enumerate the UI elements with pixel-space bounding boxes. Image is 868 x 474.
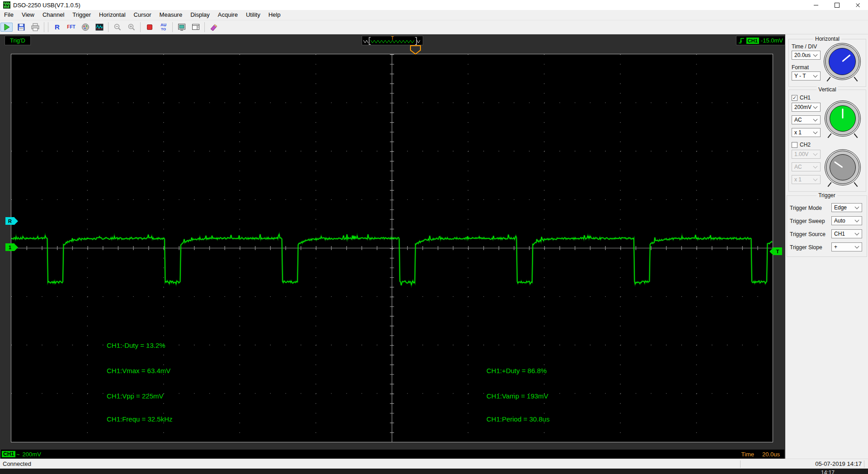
trigger-mode-select[interactable]: Edge [831, 203, 862, 212]
format-select[interactable]: Y - T [792, 71, 821, 81]
chevron-down-icon [813, 164, 818, 169]
close-button[interactable] [847, 0, 868, 10]
zoom-out-icon [113, 23, 122, 32]
timebase-readout: Time 20.0us [741, 451, 780, 458]
chevron-down-icon [855, 218, 859, 223]
trigger-slope-select[interactable]: + [831, 242, 862, 251]
fft-button[interactable]: FFFTFT [65, 21, 78, 33]
save-floppy-icon [17, 23, 26, 32]
ch2-checkbox[interactable] [792, 142, 797, 148]
ch1-label: CH1 [800, 95, 811, 101]
scope-panel: Trig'D T CH1 -15.0mV CH1:-Duty = 13.2% C… [0, 34, 785, 459]
menu-bar: File View Channel Trigger Horizontal Cur… [0, 10, 868, 20]
horizontal-position-knob[interactable] [824, 43, 861, 80]
dso-application-window: DSO-2250 USB(V7.1.0.5) File View Channel… [0, 0, 868, 474]
menu-utility[interactable]: Utility [242, 10, 264, 20]
toolbar-separator [108, 22, 108, 32]
toolbar: R FFFTFT [0, 20, 868, 34]
intensity-button[interactable] [79, 21, 92, 33]
trigger-status-text: Trig'D [10, 37, 25, 44]
channel-readout-bar: CH1 ~ 200mV Time 20.0us [1, 450, 784, 459]
notes-button[interactable] [207, 21, 220, 33]
ch1-volts-per-div: 200mV [23, 451, 41, 458]
ch1-volts-select[interactable]: 200mV [792, 103, 821, 112]
measurement-pos-duty: CH1:+Duty = 86.8% [486, 367, 547, 374]
chevron-down-icon [813, 52, 818, 57]
trigger-source-select[interactable]: CH1 [831, 229, 862, 238]
save-button[interactable] [14, 21, 28, 33]
toolbar-separator [48, 22, 48, 32]
ch1-position-knob[interactable] [825, 100, 861, 137]
menu-measure[interactable]: Measure [156, 10, 187, 20]
toolbar-separator [172, 22, 173, 32]
svg-text:T: T [391, 36, 394, 41]
chevron-down-icon [855, 205, 859, 209]
menu-display[interactable]: Display [186, 10, 214, 20]
ch1-probe-select[interactable]: x 1 [792, 128, 821, 137]
waveform-icon [95, 23, 104, 32]
menu-cursor[interactable]: Cursor [130, 10, 156, 20]
horizontal-group-title: Horizontal [813, 36, 841, 42]
ch2-coupling-select: AC [792, 162, 821, 171]
chevron-down-icon [813, 117, 818, 122]
toolbar-separator [44, 22, 44, 32]
menu-file[interactable]: File [0, 10, 18, 20]
print-button[interactable] [28, 21, 42, 33]
time-div-select[interactable]: 20.0us [792, 51, 821, 60]
menu-acquire[interactable]: Acquire [214, 10, 242, 20]
trigger-channel-badge: CH1 [746, 38, 759, 44]
r-icon: R [55, 25, 60, 29]
window-title: DSO-2250 USB(V7.1.0.5) [13, 2, 80, 9]
start-acquisition-button[interactable] [0, 23, 13, 32]
chevron-down-icon [813, 104, 818, 109]
stop-acquisition-button[interactable] [143, 21, 156, 33]
fft-icon: FFFTFT [67, 25, 75, 29]
menu-help[interactable]: Help [264, 10, 285, 20]
menu-view[interactable]: View [18, 10, 38, 20]
trigger-edge-icon [738, 37, 745, 44]
zoom-out-button[interactable] [111, 21, 124, 33]
minimize-button[interactable] [806, 0, 826, 10]
refresh-button[interactable]: R [51, 21, 64, 33]
trigger-position-marker[interactable] [410, 45, 421, 57]
ch1-ground-marker[interactable]: 1 [5, 243, 18, 251]
waveform-display-button[interactable] [93, 21, 106, 33]
maximize-button[interactable] [826, 0, 847, 10]
scope-display: CH1:-Duty = 13.2% CH1:Vmax = 63.4mV CH1:… [11, 54, 773, 442]
maximize-icon [835, 3, 840, 8]
time-label: Time [741, 451, 754, 458]
trigger-level-marker[interactable]: T [769, 247, 782, 255]
ch1-checkbox[interactable]: ✓ [792, 95, 797, 101]
ch2-probe-select: x 1 [792, 175, 821, 184]
chevron-down-icon [813, 152, 818, 156]
toolbar-separator [204, 22, 205, 32]
taskbar-clock: 14:17 [821, 469, 835, 474]
menu-channel[interactable]: Channel [38, 10, 68, 20]
zoom-in-button[interactable] [125, 21, 138, 33]
panel-toggle-button[interactable] [189, 21, 202, 33]
palette-icon [81, 23, 90, 32]
datetime-readout: 05-07-2019 14:17 [815, 460, 862, 467]
menu-horizontal[interactable]: Horizontal [95, 10, 130, 20]
trigger-sweep-select[interactable]: Auto [831, 216, 862, 225]
measurement-period: CH1:Period = 30.8us [486, 415, 550, 423]
chevron-down-icon [855, 244, 859, 249]
snapshot-button[interactable] [175, 21, 188, 33]
trigger-mode-label: Trigger Mode [790, 205, 822, 211]
waveform-canvas [11, 54, 773, 442]
stop-icon [145, 23, 154, 32]
trigger-sweep-label: Trigger Sweep [790, 218, 825, 224]
windows-taskbar-sliver: 14:17 [0, 469, 868, 474]
time-value: 20.0us [762, 451, 780, 458]
snapshot-monitor-icon [177, 23, 186, 32]
acquisition-preview-strip[interactable]: T [362, 36, 423, 45]
autoset-button[interactable]: AUTO [157, 21, 170, 33]
reference-level-marker[interactable]: R [5, 217, 18, 225]
toolbar-separator [140, 22, 141, 32]
ch1-enable-row: ✓ CH1 [792, 95, 811, 101]
ch1-coupling-select[interactable]: AC [792, 115, 821, 124]
ch2-position-knob[interactable] [825, 149, 861, 185]
app-icon [3, 1, 10, 9]
measurement-vmax: CH1:Vmax = 63.4mV [107, 367, 170, 374]
menu-trigger[interactable]: Trigger [68, 10, 95, 20]
